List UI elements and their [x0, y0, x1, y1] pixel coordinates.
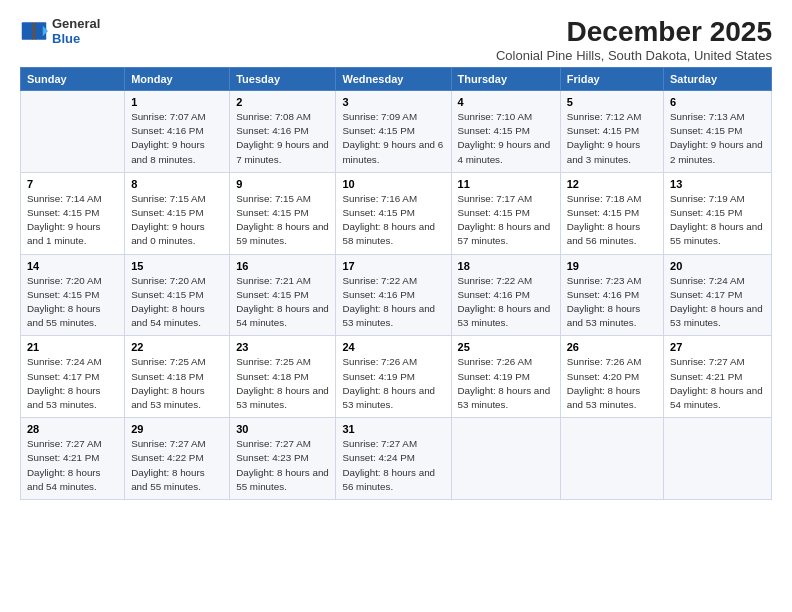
day-number: 8 [131, 178, 223, 190]
day-cell: 2 Sunrise: 7:08 AMSunset: 4:16 PMDayligh… [230, 91, 336, 173]
day-number: 19 [567, 260, 657, 272]
day-cell: 11 Sunrise: 7:17 AMSunset: 4:15 PMDaylig… [451, 172, 560, 254]
day-cell: 8 Sunrise: 7:15 AMSunset: 4:15 PMDayligh… [125, 172, 230, 254]
day-info: Sunrise: 7:23 AMSunset: 4:16 PMDaylight:… [567, 275, 642, 329]
logo: General Blue [20, 16, 100, 46]
day-cell: 7 Sunrise: 7:14 AMSunset: 4:15 PMDayligh… [21, 172, 125, 254]
day-number: 22 [131, 341, 223, 353]
calendar-table: Sunday Monday Tuesday Wednesday Thursday… [20, 67, 772, 500]
day-cell: 3 Sunrise: 7:09 AMSunset: 4:15 PMDayligh… [336, 91, 451, 173]
day-cell: 4 Sunrise: 7:10 AMSunset: 4:15 PMDayligh… [451, 91, 560, 173]
day-info: Sunrise: 7:25 AMSunset: 4:18 PMDaylight:… [131, 356, 206, 410]
week-row-2: 14 Sunrise: 7:20 AMSunset: 4:15 PMDaylig… [21, 254, 772, 336]
day-number: 20 [670, 260, 765, 272]
day-number: 11 [458, 178, 554, 190]
day-cell: 24 Sunrise: 7:26 AMSunset: 4:19 PMDaylig… [336, 336, 451, 418]
day-info: Sunrise: 7:27 AMSunset: 4:22 PMDaylight:… [131, 438, 206, 492]
day-info: Sunrise: 7:26 AMSunset: 4:19 PMDaylight:… [342, 356, 435, 410]
col-monday: Monday [125, 68, 230, 91]
day-cell: 19 Sunrise: 7:23 AMSunset: 4:16 PMDaylig… [560, 254, 663, 336]
day-cell [560, 418, 663, 500]
day-cell: 1 Sunrise: 7:07 AMSunset: 4:16 PMDayligh… [125, 91, 230, 173]
day-cell: 15 Sunrise: 7:20 AMSunset: 4:15 PMDaylig… [125, 254, 230, 336]
day-cell: 30 Sunrise: 7:27 AMSunset: 4:23 PMDaylig… [230, 418, 336, 500]
day-number: 14 [27, 260, 118, 272]
day-number: 15 [131, 260, 223, 272]
svg-rect-3 [32, 22, 36, 40]
week-row-0: 1 Sunrise: 7:07 AMSunset: 4:16 PMDayligh… [21, 91, 772, 173]
day-info: Sunrise: 7:19 AMSunset: 4:15 PMDaylight:… [670, 193, 763, 247]
day-cell: 29 Sunrise: 7:27 AMSunset: 4:22 PMDaylig… [125, 418, 230, 500]
day-cell: 6 Sunrise: 7:13 AMSunset: 4:15 PMDayligh… [664, 91, 772, 173]
day-cell: 28 Sunrise: 7:27 AMSunset: 4:21 PMDaylig… [21, 418, 125, 500]
day-number: 9 [236, 178, 329, 190]
day-info: Sunrise: 7:24 AMSunset: 4:17 PMDaylight:… [27, 356, 102, 410]
day-number: 7 [27, 178, 118, 190]
subtitle: Colonial Pine Hills, South Dakota, Unite… [496, 48, 772, 63]
day-cell: 14 Sunrise: 7:20 AMSunset: 4:15 PMDaylig… [21, 254, 125, 336]
day-number: 1 [131, 96, 223, 108]
week-row-3: 21 Sunrise: 7:24 AMSunset: 4:17 PMDaylig… [21, 336, 772, 418]
day-info: Sunrise: 7:20 AMSunset: 4:15 PMDaylight:… [131, 275, 206, 329]
col-sunday: Sunday [21, 68, 125, 91]
week-row-1: 7 Sunrise: 7:14 AMSunset: 4:15 PMDayligh… [21, 172, 772, 254]
day-cell: 10 Sunrise: 7:16 AMSunset: 4:15 PMDaylig… [336, 172, 451, 254]
day-number: 6 [670, 96, 765, 108]
day-number: 26 [567, 341, 657, 353]
day-info: Sunrise: 7:27 AMSunset: 4:21 PMDaylight:… [670, 356, 763, 410]
logo-text: General Blue [52, 16, 100, 46]
day-number: 18 [458, 260, 554, 272]
day-cell: 12 Sunrise: 7:18 AMSunset: 4:15 PMDaylig… [560, 172, 663, 254]
day-info: Sunrise: 7:08 AMSunset: 4:16 PMDaylight:… [236, 111, 329, 165]
day-number: 23 [236, 341, 329, 353]
col-saturday: Saturday [664, 68, 772, 91]
day-cell: 17 Sunrise: 7:22 AMSunset: 4:16 PMDaylig… [336, 254, 451, 336]
day-info: Sunrise: 7:14 AMSunset: 4:15 PMDaylight:… [27, 193, 102, 247]
day-number: 31 [342, 423, 444, 435]
day-number: 5 [567, 96, 657, 108]
day-number: 2 [236, 96, 329, 108]
day-cell: 13 Sunrise: 7:19 AMSunset: 4:15 PMDaylig… [664, 172, 772, 254]
svg-rect-1 [22, 22, 33, 40]
col-thursday: Thursday [451, 68, 560, 91]
day-number: 21 [27, 341, 118, 353]
day-number: 13 [670, 178, 765, 190]
day-cell: 20 Sunrise: 7:24 AMSunset: 4:17 PMDaylig… [664, 254, 772, 336]
day-info: Sunrise: 7:25 AMSunset: 4:18 PMDaylight:… [236, 356, 329, 410]
week-row-4: 28 Sunrise: 7:27 AMSunset: 4:21 PMDaylig… [21, 418, 772, 500]
day-info: Sunrise: 7:27 AMSunset: 4:21 PMDaylight:… [27, 438, 102, 492]
title-area: December 2025 Colonial Pine Hills, South… [496, 16, 772, 63]
day-info: Sunrise: 7:12 AMSunset: 4:15 PMDaylight:… [567, 111, 642, 165]
day-number: 16 [236, 260, 329, 272]
day-info: Sunrise: 7:13 AMSunset: 4:15 PMDaylight:… [670, 111, 763, 165]
header: General Blue December 2025 Colonial Pine… [20, 16, 772, 63]
page: General Blue December 2025 Colonial Pine… [0, 0, 792, 612]
day-cell: 21 Sunrise: 7:24 AMSunset: 4:17 PMDaylig… [21, 336, 125, 418]
day-cell: 23 Sunrise: 7:25 AMSunset: 4:18 PMDaylig… [230, 336, 336, 418]
day-info: Sunrise: 7:24 AMSunset: 4:17 PMDaylight:… [670, 275, 763, 329]
day-info: Sunrise: 7:21 AMSunset: 4:15 PMDaylight:… [236, 275, 329, 329]
day-info: Sunrise: 7:07 AMSunset: 4:16 PMDaylight:… [131, 111, 206, 165]
day-info: Sunrise: 7:22 AMSunset: 4:16 PMDaylight:… [458, 275, 551, 329]
day-number: 30 [236, 423, 329, 435]
day-number: 17 [342, 260, 444, 272]
day-cell: 16 Sunrise: 7:21 AMSunset: 4:15 PMDaylig… [230, 254, 336, 336]
day-cell: 25 Sunrise: 7:26 AMSunset: 4:19 PMDaylig… [451, 336, 560, 418]
day-number: 27 [670, 341, 765, 353]
day-info: Sunrise: 7:26 AMSunset: 4:20 PMDaylight:… [567, 356, 642, 410]
day-info: Sunrise: 7:15 AMSunset: 4:15 PMDaylight:… [131, 193, 206, 247]
day-info: Sunrise: 7:27 AMSunset: 4:24 PMDaylight:… [342, 438, 435, 492]
day-info: Sunrise: 7:27 AMSunset: 4:23 PMDaylight:… [236, 438, 329, 492]
day-cell: 5 Sunrise: 7:12 AMSunset: 4:15 PMDayligh… [560, 91, 663, 173]
day-number: 4 [458, 96, 554, 108]
logo-icon [20, 17, 48, 45]
col-friday: Friday [560, 68, 663, 91]
col-wednesday: Wednesday [336, 68, 451, 91]
day-cell [451, 418, 560, 500]
day-info: Sunrise: 7:22 AMSunset: 4:16 PMDaylight:… [342, 275, 435, 329]
day-number: 28 [27, 423, 118, 435]
day-number: 10 [342, 178, 444, 190]
col-tuesday: Tuesday [230, 68, 336, 91]
day-number: 24 [342, 341, 444, 353]
day-cell [664, 418, 772, 500]
